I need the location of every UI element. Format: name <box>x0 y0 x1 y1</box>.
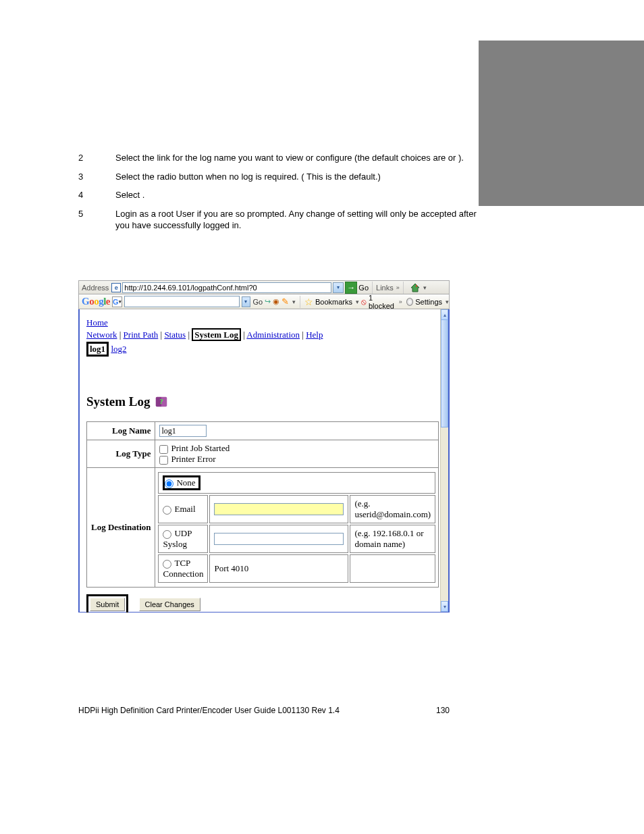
scroll-down-button[interactable]: ▾ <box>441 601 448 612</box>
submit-button[interactable]: Submit <box>90 598 125 611</box>
email-label: Email <box>174 504 195 514</box>
instruction-number: 2 <box>78 152 115 164</box>
separator <box>403 282 404 294</box>
go-label: Go <box>358 284 369 292</box>
instruction-row: 4 Select . <box>78 189 477 201</box>
address-label: Address <box>82 284 109 292</box>
udp-hint: (e.g. 192.168.0.1 or domain name) <box>350 525 435 553</box>
section-title: System Log ? <box>86 394 439 409</box>
separator <box>300 296 300 308</box>
udp-input[interactable] <box>214 533 344 545</box>
printer-error-label: Printer Error <box>171 454 215 464</box>
nav-status[interactable]: Status <box>164 330 186 340</box>
log1-highlight[interactable]: log1 <box>86 342 109 357</box>
rss-icon[interactable]: ◉ <box>273 297 279 306</box>
nav-home[interactable]: Home <box>86 317 108 328</box>
go-arrow-icon: ↪ <box>265 297 271 306</box>
nav-help[interactable]: Help <box>306 330 323 340</box>
chevron-down-icon[interactable]: ▾ <box>446 298 449 305</box>
svg-text:?: ? <box>160 397 164 405</box>
autofill-icon[interactable]: ✎ <box>281 296 289 307</box>
print-job-started-checkbox[interactable] <box>159 445 168 454</box>
chevron-down-icon[interactable]: ▾ <box>292 298 296 305</box>
web-page-view: Home Network | Print Path | Status | Sys… <box>78 309 450 613</box>
search-dropdown[interactable]: ▾ <box>242 296 251 307</box>
nav-administration[interactable]: Administration <box>246 330 300 340</box>
log-type-label: Log Type <box>87 440 155 468</box>
port-label: Port 4010 <box>209 554 348 583</box>
instruction-number: 4 <box>78 189 115 201</box>
none-label: None <box>176 477 195 488</box>
email-hint: (e.g. userid@domain.com) <box>350 495 435 523</box>
settings-icon[interactable] <box>406 298 413 306</box>
svg-rect-0 <box>416 285 417 287</box>
instructions-block: 2 Select the link for the log name you w… <box>78 152 477 238</box>
tcp-radio[interactable] <box>163 560 171 569</box>
instruction-text: Login as a root User if you are so promp… <box>115 208 477 232</box>
nav-print-path[interactable]: Print Path <box>124 330 159 340</box>
instruction-number: 5 <box>78 208 115 232</box>
log-name-label: Log Name <box>87 422 155 440</box>
web-page-content: Home Network | Print Path | Status | Sys… <box>80 309 440 612</box>
button-row: Submit Clear Changes <box>86 594 439 613</box>
none-radio[interactable] <box>165 479 173 488</box>
udp-radio[interactable] <box>163 530 171 539</box>
address-input[interactable] <box>122 282 331 293</box>
chevron-down-icon[interactable]: ▾ <box>423 284 427 291</box>
google-logo: Google <box>82 296 110 307</box>
log-name-input[interactable] <box>159 425 207 437</box>
instruction-text: Select the link for the log name you wan… <box>115 152 477 164</box>
scroll-up-button[interactable]: ▴ <box>441 309 448 320</box>
instruction-row: 2 Select the link for the log name you w… <box>78 152 477 164</box>
ie-page-icon: e <box>111 283 121 292</box>
right-shade-panel <box>479 41 644 206</box>
scroll-thumb[interactable] <box>441 319 448 427</box>
google-search-input[interactable] <box>124 296 240 307</box>
separator <box>372 282 373 294</box>
popup-blocked-icon[interactable]: ⦸ <box>361 297 367 307</box>
instruction-text: Select the radio button when no log is r… <box>115 171 477 183</box>
chevron-right-icon[interactable]: » <box>399 298 402 305</box>
star-icon[interactable]: ☆ <box>304 296 313 307</box>
chevron-down-icon[interactable]: ▾ <box>356 298 359 305</box>
address-bar: Address e ▾ → Go Links » ▾ <box>78 280 450 294</box>
nav-home-row: Home <box>86 317 439 328</box>
browser-screenshot: Address e ▾ → Go Links » ▾ Google G▾ ▾ G… <box>78 280 450 613</box>
instruction-row: 3 Select the radio button when no log is… <box>78 171 477 183</box>
chevron-right-icon[interactable]: » <box>396 284 400 291</box>
page-number: 130 <box>436 706 450 715</box>
google-g-icon[interactable]: G▾ <box>112 296 122 307</box>
clear-changes-button[interactable]: Clear Changes <box>139 598 200 611</box>
scroll-track[interactable] <box>441 427 448 601</box>
address-dropdown[interactable]: ▾ <box>333 282 344 293</box>
links-label: Links <box>376 284 394 292</box>
page-footer: HDPii High Definition Card Printer/Encod… <box>78 706 450 715</box>
vertical-scrollbar[interactable]: ▴ ▾ <box>440 309 448 612</box>
instruction-row: 5 Login as a root User if you are so pro… <box>78 208 477 232</box>
email-input[interactable] <box>214 503 344 515</box>
nav-system-log-current: System Log <box>192 328 241 341</box>
google-toolbar: Google G▾ ▾ Go ↪ ◉ ✎ ▾ ☆ Bookmarks ▾ ⦸ 1… <box>78 294 450 309</box>
submit-highlight: Submit <box>86 594 128 613</box>
nav-main-row: Network | Print Path | Status | System L… <box>86 330 439 340</box>
print-job-started-label: Print Job Started <box>171 443 230 453</box>
instruction-number: 3 <box>78 171 115 183</box>
printer-error-checkbox[interactable] <box>159 456 168 465</box>
nav-network[interactable]: Network <box>86 330 117 340</box>
settings-label[interactable]: Settings <box>415 298 442 306</box>
bookmarks-label[interactable]: Bookmarks <box>315 298 352 306</box>
google-go-label[interactable]: Go <box>252 298 263 306</box>
footer-title: HDPii High Definition Card Printer/Encod… <box>78 706 340 715</box>
home-icon[interactable] <box>410 282 421 293</box>
email-radio[interactable] <box>163 506 171 515</box>
nav-log2[interactable]: log2 <box>111 344 126 354</box>
help-book-icon[interactable]: ? <box>154 394 169 409</box>
blocked-count[interactable]: 1 blocked <box>369 294 396 310</box>
instruction-text: Select . <box>115 189 477 201</box>
none-radio-highlight: None <box>163 475 200 490</box>
go-button[interactable]: → <box>345 282 357 294</box>
nav-log-row: log1 log2 <box>86 342 439 357</box>
log-destination-label: Log Destination <box>87 468 155 588</box>
section-title-text: System Log <box>86 394 150 409</box>
system-log-form: Log Name Log Type Print Job Started Prin… <box>86 421 439 588</box>
